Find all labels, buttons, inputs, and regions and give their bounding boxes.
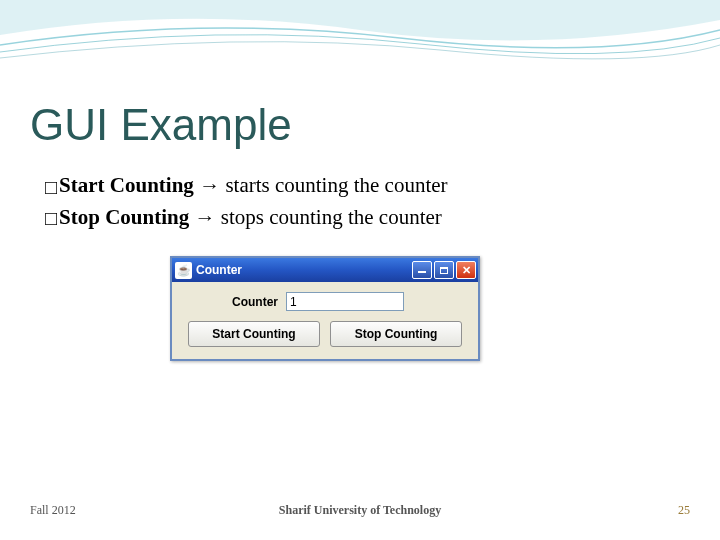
counter-window: ☕ Counter ✕ Counter Start Counting Stop … <box>170 256 480 361</box>
maximize-button[interactable] <box>434 261 454 279</box>
close-icon: ✕ <box>462 264 471 277</box>
window-body: Counter Start Counting Stop Counting <box>172 282 478 359</box>
bullet-item: □Stop Counting → stops counting the coun… <box>45 202 448 234</box>
stop-counting-button[interactable]: Stop Counting <box>330 321 462 347</box>
wave-decoration <box>0 0 720 80</box>
slide-title: GUI Example <box>30 100 292 150</box>
footer-date: Fall 2012 <box>30 503 76 518</box>
start-counting-button[interactable]: Start Counting <box>188 321 320 347</box>
bullet-item: □Start Counting → starts counting the co… <box>45 170 448 202</box>
titlebar[interactable]: ☕ Counter ✕ <box>172 258 478 282</box>
bullet-marker: □ <box>45 173 57 202</box>
page-number: 25 <box>678 503 690 518</box>
java-icon: ☕ <box>175 262 192 279</box>
counter-input[interactable] <box>286 292 404 311</box>
close-button[interactable]: ✕ <box>456 261 476 279</box>
minimize-button[interactable] <box>412 261 432 279</box>
window-title: Counter <box>196 263 412 277</box>
footer-org: Sharif University of Technology <box>279 503 441 518</box>
counter-label: Counter <box>232 295 278 309</box>
bullet-list: □Start Counting → starts counting the co… <box>45 170 448 233</box>
bullet-marker: □ <box>45 204 57 233</box>
